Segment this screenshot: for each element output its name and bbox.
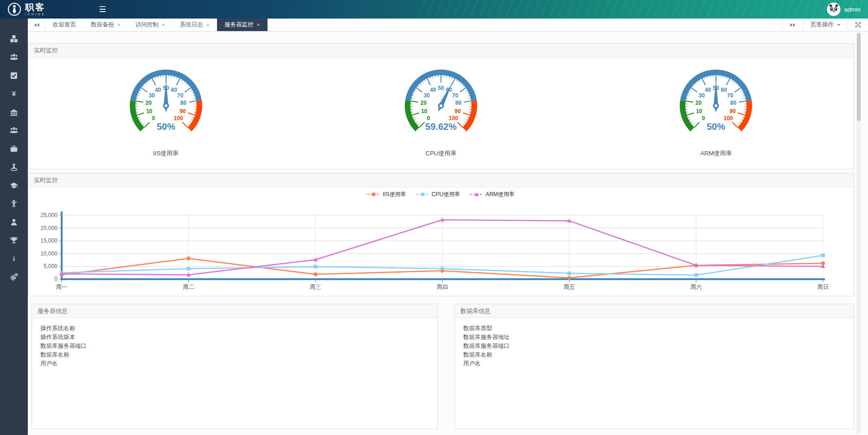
tab[interactable]: 欢迎首页 (45, 19, 83, 31)
navbar-decoration (417, 0, 868, 19)
sidebar-item-jobs[interactable] (0, 140, 28, 158)
svg-text:90: 90 (179, 108, 186, 115)
cubes-icon (10, 35, 18, 43)
panel-title: 服务器信息 (32, 304, 437, 318)
bank-icon (10, 108, 18, 116)
panel-title: 实时监控 (28, 173, 854, 187)
tab-close-icon[interactable]: × (206, 22, 210, 28)
svg-text:5,000: 5,000 (44, 263, 57, 269)
content-scrollbar[interactable] (856, 32, 861, 434)
svg-text:i: i (13, 256, 15, 262)
panel-title: 数据库信息 (455, 304, 854, 318)
legend-item[interactable]: CPU使用率 (416, 191, 460, 198)
tab-close-icon[interactable]: × (162, 22, 165, 28)
gauge-svg: 010203040506070809010050% (663, 60, 769, 147)
tabs-scroll-left-button[interactable] (28, 19, 45, 31)
server-info-list: 操作系统名称操作系统版本数据库服务器端口数据库名称用户名 (32, 318, 437, 368)
sidebar-item-institution[interactable] (0, 103, 28, 122)
info-item: 数据库名称 (463, 351, 854, 359)
svg-text:0: 0 (54, 276, 57, 282)
database-info-list: 数据库类型数据库服务器地址数据库服务器端口数据库名称用户名 (455, 318, 854, 368)
tab[interactable]: 数据备份× (83, 19, 128, 31)
svg-text:40: 40 (430, 87, 436, 93)
info-item: 用户名 (463, 359, 854, 368)
svg-text:80: 80 (180, 100, 187, 106)
sidebar-item-awards[interactable] (0, 231, 28, 250)
svg-text:100: 100 (449, 115, 458, 122)
tab[interactable]: 系统日志× (172, 19, 217, 31)
gauge-value: 59.62% (425, 122, 457, 132)
sidebar-item-children[interactable] (0, 195, 28, 213)
street-view-icon (10, 163, 18, 171)
tie-logo-icon (7, 2, 21, 16)
tab-close-icon[interactable]: × (117, 22, 121, 28)
legend-marker-icon (416, 192, 429, 197)
legend-item[interactable]: IIS使用率 (367, 191, 406, 198)
sidebar-item-visitors[interactable] (0, 158, 28, 177)
user-menu[interactable]: admin (827, 0, 861, 19)
svg-text:10: 10 (421, 108, 428, 115)
panel-database-info: 数据库信息 数据库类型数据库服务器地址数据库服务器端口数据库名称用户名 (454, 304, 854, 429)
trophy-icon (10, 236, 18, 244)
tabs-scroll-right-button[interactable] (782, 19, 803, 31)
gauge: 010203040506070809010050%IIS使用率 (28, 58, 303, 169)
info-item: 操作系统版本 (40, 333, 437, 342)
sidebar-item-settings[interactable] (0, 268, 28, 287)
sidebar-item-team[interactable] (0, 122, 28, 140)
svg-text:20,000: 20,000 (40, 225, 57, 231)
x-axis-label: 周五 (563, 284, 575, 290)
fullscreen-button[interactable] (848, 19, 868, 31)
tab[interactable]: 服务器监控× (217, 19, 268, 31)
x-axis-label: 周二 (183, 284, 194, 290)
panel-server-info: 服务器信息 操作系统名称操作系统版本数据库服务器端口数据库名称用户名 (32, 304, 438, 429)
gauge-caption: ARM使用率 (700, 149, 732, 158)
svg-text:100: 100 (724, 115, 733, 122)
sidebar: ¥ i (0, 19, 28, 435)
svg-text:70: 70 (452, 92, 459, 99)
tab-close-icon[interactable]: × (257, 22, 260, 28)
sidebar-item-education[interactable] (0, 176, 28, 195)
svg-text:80: 80 (730, 100, 737, 106)
username: admin (844, 6, 861, 13)
gauge: 010203040506070809010059.62%CPU使用率 (303, 58, 578, 169)
sidebar-toggle-hamburger-icon[interactable]: ☰ (96, 5, 109, 14)
svg-text:10: 10 (146, 108, 153, 115)
svg-text:60: 60 (171, 87, 177, 93)
legend-label: ARM使用率 (485, 191, 515, 198)
tab-label: 数据备份 (91, 21, 114, 29)
tab-actions-label: 页签操作 (811, 21, 834, 29)
sidebar-item-users[interactable] (0, 213, 28, 231)
chart-legend: IIS使用率CPU使用率ARM使用率 (28, 187, 854, 201)
gauge-svg: 010203040506070809010059.62% (388, 60, 494, 147)
svg-text:0: 0 (702, 115, 705, 122)
legend-item[interactable]: ARM使用率 (470, 191, 515, 198)
sidebar-item-tasks[interactable] (0, 66, 28, 85)
legend-label: CPU使用率 (432, 191, 460, 198)
double-chevron-left-icon (33, 23, 40, 27)
sidebar-item-modules[interactable] (0, 30, 28, 48)
scrollbar-thumb[interactable] (857, 33, 861, 121)
svg-text:90: 90 (730, 108, 736, 115)
x-axis-label: 周六 (690, 284, 702, 290)
panel-realtime-gauges: 实时监控 010203040506070809010050%IIS使用率0102… (28, 43, 854, 169)
gauge-caption: IIS使用率 (153, 149, 179, 158)
tab-actions-dropdown[interactable]: 页签操作 (803, 19, 848, 31)
main-content: 实时监控 010203040506070809010050%IIS使用率0102… (28, 32, 868, 435)
svg-text:40: 40 (155, 87, 161, 93)
svg-text:25,000: 25,000 (40, 212, 57, 218)
app-logo[interactable]: 职客 IZHIKE (0, 2, 89, 16)
svg-text:¥: ¥ (12, 90, 16, 97)
team-icon (10, 126, 18, 134)
logo-text: 职客 (25, 3, 46, 12)
sidebar-item-members[interactable] (0, 48, 28, 67)
sidebar-item-about[interactable]: i (0, 249, 28, 268)
svg-text:15,000: 15,000 (40, 237, 57, 244)
graduation-cap-icon (10, 181, 18, 190)
info-item: 用户名 (40, 359, 437, 368)
info-item: 数据库名称 (40, 351, 437, 359)
svg-text:0: 0 (427, 115, 430, 122)
sidebar-item-finance[interactable]: ¥ (0, 85, 28, 103)
svg-text:30: 30 (699, 92, 705, 99)
panel-realtime-chart: 实时监控 IIS使用率CPU使用率ARM使用率 05,00010,00015,0… (28, 173, 854, 296)
tab[interactable]: 访问控制× (128, 19, 172, 31)
